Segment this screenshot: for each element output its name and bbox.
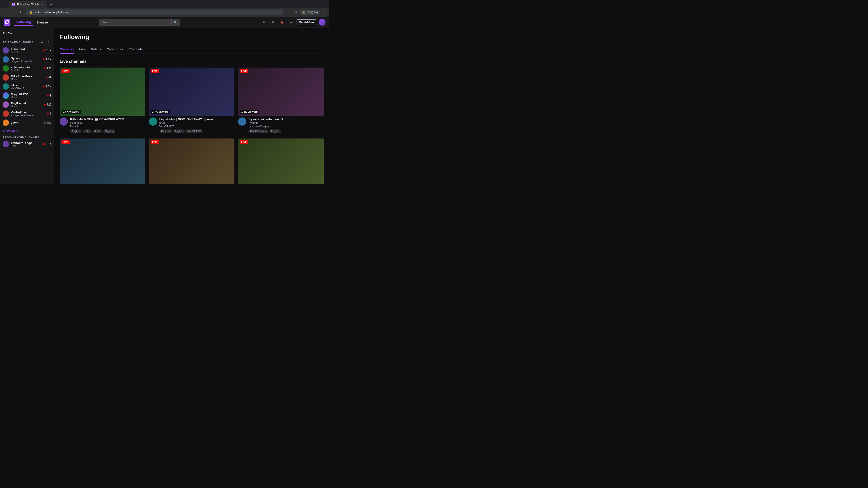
header-search: 🔍: [99, 19, 180, 26]
show-more-btn[interactable]: Show More: [0, 127, 54, 134]
channel-name-kukudota2: kukudota2: [11, 47, 41, 51]
channel-avatar-betboom: [3, 141, 9, 147]
channel-game-solapsapdota: Dota 2: [11, 69, 42, 72]
search-input[interactable]: [102, 21, 168, 24]
tag-english-2[interactable]: English: [173, 129, 185, 133]
recommended-channels-header: RECOMMENDED CHANNELS: [0, 134, 54, 140]
sidebar-channel-mikarose[interactable]: MikaRoseMusic Music 97: [0, 73, 54, 82]
stream-streamer-3[interactable]: Sydeon: [248, 121, 324, 125]
active-tab[interactable]: Following - Twitch ×: [9, 1, 47, 8]
nav-following[interactable]: Following: [14, 19, 33, 26]
stream-streamer-1[interactable]: kukudota2: [70, 121, 145, 125]
sidebar-channel-solapsapdota[interactable]: solapsapdota Dota 2 935: [0, 64, 54, 73]
minimize-btn[interactable]: —: [307, 1, 313, 8]
search-icon: 🔍: [174, 21, 178, 24]
sidebar-channel-yowe[interactable]: yowe Offline: [0, 118, 54, 127]
tab-close-btn[interactable]: ×: [40, 3, 44, 6]
sidebar-channel-nats[interactable]: nAts VALORANT 2.7K: [0, 82, 54, 91]
tag-valorant[interactable]: VALORANT: [186, 129, 203, 133]
tablet-btn[interactable]: ⊡: [292, 9, 299, 15]
tag-english-1[interactable]: English: [70, 129, 82, 133]
twitch-logo[interactable]: [4, 19, 10, 26]
tag-kuku[interactable]: kuku: [83, 129, 92, 133]
star-btn[interactable]: ☆: [285, 9, 291, 15]
tag-russian[interactable]: Русский: [159, 129, 172, 133]
stream-card-4[interactable]: LIVE: [60, 138, 145, 184]
channel-viewers-nats: 2.7K: [43, 85, 51, 88]
stream-streamer-2[interactable]: nAts: [159, 121, 235, 125]
address-bar[interactable]: 🔒 twitch.tv/directory/following: [26, 9, 283, 15]
stream-info-3: 5 year anni !subathon :D Sydeon League o…: [238, 116, 324, 135]
viewer-count-1: 3.4K viewers: [61, 110, 81, 114]
live-dot-rayrachel: [44, 104, 46, 105]
stream-avatar-3[interactable]: [238, 118, 246, 126]
live-dot-kukudota2: [43, 50, 45, 51]
channel-info-magic899: Magic899TV Music: [11, 93, 45, 99]
close-browser-btn[interactable]: ✕: [321, 1, 327, 8]
incognito-btn[interactable]: 🕵 Incognito: [300, 10, 320, 15]
refresh-btn[interactable]: ↻: [18, 9, 24, 15]
sidebar-channel-sydeon[interactable]: Sydeon League of Legends 1.8K: [0, 55, 54, 64]
page-title: Following: [60, 33, 324, 41]
new-tab-btn[interactable]: +: [48, 1, 54, 8]
sidebar-channel-rayrachel[interactable]: RayRachel Music 729: [0, 100, 54, 109]
sidebar-sort-btn[interactable]: ⇅: [46, 39, 51, 45]
browser-menu-btn[interactable]: ⋮: [321, 9, 327, 15]
tab-videos[interactable]: Videos: [91, 45, 101, 54]
back-btn[interactable]: ←: [2, 9, 8, 15]
stream-info-2: Liquid nAts | NEW !GIVEAWAY | !розы... n…: [149, 116, 235, 135]
prev-tab-btn[interactable]: ‹: [2, 1, 8, 8]
tab-categories[interactable]: Categories: [107, 45, 123, 54]
streams-grid: LIVE 3.4K viewers RANK 44 IN SEA :))) #1…: [60, 68, 324, 184]
sidebar-channel-kukudota2[interactable]: kukudota2 Dota 2 3.4K: [0, 46, 54, 55]
maximize-btn[interactable]: ◻: [314, 1, 320, 8]
whispers-icon-btn[interactable]: ✉: [270, 19, 277, 26]
stream-card-6[interactable]: LIVE: [238, 138, 324, 184]
search-btn[interactable]: 🔍: [172, 19, 180, 26]
crown-icon-btn[interactable]: ♦: [287, 19, 295, 26]
stream-tags-2: Русский English VALORANT: [159, 129, 235, 133]
sidebar-collapse-btn[interactable]: ↩: [39, 39, 45, 45]
channel-viewers-solapsapdota: 935: [44, 67, 51, 70]
channel-game-nats: VALORANT: [11, 87, 41, 90]
prime-icon-btn[interactable]: ♕: [260, 19, 268, 26]
channel-viewers-kukudota2: 3.4K: [43, 49, 51, 52]
nav-more-btn[interactable]: •••: [51, 19, 57, 25]
tab-live[interactable]: Live: [79, 45, 86, 54]
stream-card-5[interactable]: LIVE: [149, 138, 235, 184]
forward-btn[interactable]: →: [10, 9, 16, 15]
stream-thumbnail-4: LIVE: [60, 138, 145, 184]
tab-overview[interactable]: Overview: [60, 45, 74, 54]
tab-favicon: [12, 3, 16, 6]
followed-channels-header: FOLLOWED CHANNELS ↩ ⇅: [0, 38, 54, 46]
tag-english-3[interactable]: English: [269, 129, 281, 133]
stream-tags-3: BlackBrilliance English: [248, 129, 324, 133]
tag-tagalog[interactable]: Tagalog: [103, 129, 116, 133]
live-dot-nats: [43, 86, 45, 88]
sidebar-channel-magic899[interactable]: Magic899TV Music 3: [0, 91, 54, 100]
stream-avatar-1[interactable]: [60, 118, 68, 126]
get-ad-free-label: Get Ad-Free: [299, 21, 314, 24]
tag-blackbrilliance[interactable]: BlackBrilliance: [248, 129, 268, 133]
channel-name-nats: nAts: [11, 84, 41, 87]
stream-card-1[interactable]: LIVE 3.4K viewers RANK 44 IN SEA :))) #1…: [60, 68, 145, 135]
tab-channels[interactable]: Channels: [128, 45, 143, 54]
stream-game-3[interactable]: League of Legends: [248, 125, 324, 128]
stream-game-2[interactable]: VALORANT: [159, 125, 235, 128]
notifications-icon-btn[interactable]: 🔖: [278, 19, 286, 26]
tag-dota2[interactable]: dota2: [92, 129, 102, 133]
stream-card-2[interactable]: LIVE 2.7K viewers Liquid nAts | NEW !GIV…: [149, 68, 235, 135]
stream-avatar-2[interactable]: [149, 118, 157, 126]
channel-avatar-solapsapdota: [3, 65, 9, 72]
stream-card-3[interactable]: LIVE 1.8K viewers 5 year anni !subathon …: [238, 68, 324, 135]
channel-viewers-betboom: 2.9K: [43, 142, 51, 146]
sidebar-channel-vanholiday[interactable]: VanHoliday Escape from Tarkov 7: [0, 109, 54, 118]
sidebar-channel-betboom[interactable]: betboom_eng2 Dota 2 2.9K: [0, 140, 54, 149]
live-badge-6: LIVE: [240, 140, 248, 144]
get-ad-free-btn[interactable]: Get Ad-Free: [297, 20, 317, 25]
user-avatar[interactable]: [319, 19, 326, 26]
stream-game-1[interactable]: Dota 2: [70, 125, 145, 128]
nav-browse[interactable]: Browse: [34, 19, 50, 26]
search-box: [99, 19, 172, 26]
sidebar-item-for-you[interactable]: For You: [0, 28, 54, 38]
